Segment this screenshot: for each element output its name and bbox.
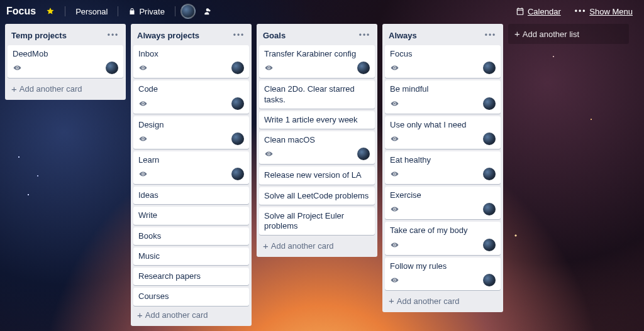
card-badges: [264, 148, 370, 160]
show-menu-button[interactable]: ••• Show Menu: [570, 3, 638, 19]
card-member-avatar[interactable]: [483, 62, 496, 74]
card-member-avatar[interactable]: [231, 133, 244, 145]
avatar[interactable]: [180, 4, 196, 19]
card[interactable]: Inbox: [133, 45, 249, 78]
card-member-avatar[interactable]: [106, 62, 118, 74]
card-member-avatar[interactable]: [231, 168, 244, 180]
divider: [175, 6, 175, 16]
card-title: Music: [138, 251, 244, 261]
watch-icon: [390, 276, 399, 284]
card-title: Clean macOS: [264, 135, 370, 145]
card[interactable]: Clean 2Do. Clear starred tasks.: [259, 80, 375, 109]
board-title[interactable]: Focus: [6, 6, 36, 17]
lock-icon: [128, 8, 136, 15]
card[interactable]: Research papers: [133, 268, 249, 285]
card-title: Transfer Karabiner config: [264, 49, 370, 59]
card[interactable]: Learn: [133, 151, 249, 184]
list-menu-button[interactable]: •••: [233, 29, 245, 41]
card-member-avatar[interactable]: [483, 133, 496, 145]
cards-container: FocusBe mindfulUse only what I needEat h…: [385, 45, 501, 293]
plus-icon: +: [514, 29, 520, 38]
card[interactable]: Eat healthy: [385, 151, 501, 184]
card[interactable]: Solve all LeetCode problems: [259, 187, 375, 205]
card[interactable]: Transfer Karabiner config: [259, 45, 375, 78]
visibility-label: Private: [139, 7, 164, 16]
card[interactable]: Focus: [385, 45, 501, 78]
plus-icon: +: [137, 310, 143, 320]
card[interactable]: Be mindful: [385, 80, 501, 113]
card[interactable]: Write: [133, 207, 249, 224]
calendar-icon: [516, 7, 525, 16]
card[interactable]: Exercise: [385, 187, 501, 219]
card-title: Books: [138, 231, 244, 241]
card[interactable]: Solve all Project Euler problems: [259, 207, 375, 236]
card-title: Code: [138, 84, 244, 94]
add-card-label: Add another card: [145, 310, 208, 320]
card[interactable]: DeedMob: [8, 45, 123, 78]
list-name[interactable]: Temp projects: [11, 31, 107, 40]
invite-button[interactable]: [199, 3, 216, 19]
watch-icon: [390, 135, 399, 143]
add-card-button[interactable]: +Add another card: [259, 237, 375, 256]
card[interactable]: Books: [133, 227, 249, 245]
watch-icon: [138, 100, 148, 107]
add-card-label: Add another card: [397, 296, 460, 306]
list-name[interactable]: Goals: [263, 31, 358, 40]
card-member-avatar[interactable]: [231, 97, 244, 110]
card-title: Ideas: [138, 190, 244, 200]
list-menu-button[interactable]: •••: [358, 29, 371, 41]
card-badges: [264, 62, 370, 74]
card-member-avatar[interactable]: [483, 203, 496, 215]
add-list-button[interactable]: +Add another list: [508, 24, 629, 44]
card-member-avatar[interactable]: [483, 239, 496, 251]
card-title: Clean 2Do. Clear starred tasks.: [264, 84, 370, 105]
card[interactable]: Music: [133, 247, 249, 265]
card[interactable]: Clean macOS: [259, 131, 375, 164]
board: Temp projects•••DeedMob+Add another card…: [0, 21, 644, 331]
watch-icon: [13, 64, 22, 72]
star-icon: [46, 7, 55, 16]
list-header: Goals•••: [259, 26, 375, 45]
card-badges: [390, 97, 496, 110]
card-badges: [390, 203, 496, 215]
card-title: Write: [138, 210, 244, 220]
card-member-avatar[interactable]: [483, 168, 496, 180]
card-member-avatar[interactable]: [357, 148, 370, 160]
list-menu-button[interactable]: •••: [484, 29, 497, 41]
card[interactable]: Write 1 article every week: [259, 111, 375, 129]
card[interactable]: Follow my rules: [385, 258, 501, 290]
visibility-button[interactable]: Private: [123, 3, 169, 19]
card[interactable]: Use only what I need: [385, 116, 501, 149]
card[interactable]: Take care of my body: [385, 222, 501, 254]
card-title: Follow my rules: [390, 261, 496, 271]
list-menu-button[interactable]: •••: [107, 29, 119, 41]
add-card-button[interactable]: +Add another card: [8, 80, 123, 99]
calendar-button[interactable]: Calendar: [511, 3, 566, 19]
card-title: Solve all LeetCode problems: [264, 191, 370, 201]
add-member-icon: [203, 7, 212, 16]
card-member-avatar[interactable]: [483, 274, 496, 286]
card[interactable]: Release new version of LA: [259, 166, 375, 184]
card-member-avatar[interactable]: [357, 62, 370, 74]
card-badges: [13, 62, 118, 74]
card-member-avatar[interactable]: [231, 62, 244, 74]
list-name[interactable]: Always: [389, 31, 484, 40]
add-card-button[interactable]: +Add another card: [385, 293, 501, 311]
watch-icon: [264, 64, 274, 72]
add-card-button[interactable]: +Add another card: [133, 307, 249, 325]
card-badges: [390, 168, 496, 180]
card[interactable]: Ideas: [133, 187, 249, 204]
card-title: DeedMob: [13, 49, 118, 59]
board-header: Focus Personal Private Calendar ••• Show…: [0, 1, 644, 21]
more-icon: •••: [575, 8, 587, 15]
card[interactable]: Courses: [133, 288, 249, 305]
star-button[interactable]: [41, 3, 60, 19]
cards-container: Transfer Karabiner configClean 2Do. Clea…: [259, 45, 375, 237]
card[interactable]: Design: [133, 116, 249, 149]
card[interactable]: Code: [133, 80, 249, 113]
card-member-avatar[interactable]: [483, 97, 496, 110]
list-name[interactable]: Always projects: [137, 31, 233, 40]
card-title: Release new version of LA: [264, 170, 370, 180]
team-button[interactable]: Personal: [70, 3, 113, 19]
card-title: Exercise: [390, 190, 496, 200]
